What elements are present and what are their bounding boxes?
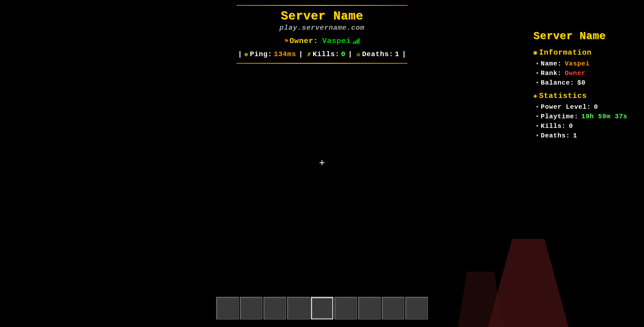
info-name-item: ▪ Name: Vaspei xyxy=(533,60,629,67)
server-name-title: Server Name xyxy=(236,9,408,23)
info-balance-value: $0 xyxy=(577,79,585,87)
ping-value: 134ms xyxy=(274,50,296,58)
hotbar xyxy=(216,297,428,319)
owner-line: ⚑ Owner: Vaspei xyxy=(236,37,408,45)
stats-power-item: ▪ Power Level: 0 xyxy=(533,103,629,111)
signal-bar-2 xyxy=(355,41,356,44)
info-name-value: Vaspei xyxy=(565,60,590,67)
owner-icon: ⚑ xyxy=(285,37,289,45)
hotbar-slot-3[interactable] xyxy=(263,297,286,319)
kills-icon: ✗ xyxy=(307,50,311,58)
hotbar-slot-4[interactable] xyxy=(287,297,310,319)
hotbar-slot-5-active[interactable] xyxy=(311,297,333,319)
signal-bar-3 xyxy=(356,40,358,44)
right-panel: Server Name ◉ Information ▪ Name: Vaspei… xyxy=(533,30,629,141)
hotbar-slot-8[interactable] xyxy=(382,297,404,319)
signal-bar-4 xyxy=(358,38,359,44)
signal-bar-1 xyxy=(353,42,354,44)
hotbar-slot-7[interactable] xyxy=(358,297,381,319)
bottom-gold-line xyxy=(236,63,408,64)
kills-label: Kills: xyxy=(313,50,340,58)
signal-bars xyxy=(353,38,359,44)
server-address: play.servername.com xyxy=(236,24,408,32)
owner-name: Vaspei xyxy=(322,37,351,45)
stats-deaths-value: 1 xyxy=(573,132,577,139)
center-hud: Server Name play.servername.com ⚑ Owner:… xyxy=(236,5,408,64)
deaths-label: Deaths: xyxy=(362,50,393,58)
owner-label: Owner: xyxy=(290,37,318,45)
statistics-icon: ◈ xyxy=(533,92,538,100)
information-icon: ◉ xyxy=(533,49,538,57)
stats-kills-item: ▪ Kills: 0 xyxy=(533,122,629,130)
hotbar-slot-1[interactable] xyxy=(216,297,239,319)
info-rank-item: ▪ Rank: Owner xyxy=(533,69,629,77)
top-gold-line xyxy=(236,5,408,6)
deaths-value: 1 xyxy=(395,50,399,58)
dark-shape xyxy=(488,239,569,327)
ping-label: Ping: xyxy=(250,50,272,58)
hotbar-slot-9[interactable] xyxy=(405,297,428,319)
stats-deaths-item: ▪ Deaths: 1 xyxy=(533,132,629,139)
kills-value: 0 xyxy=(341,50,346,58)
stats-power-value: 0 xyxy=(594,103,598,111)
info-balance-item: ▪ Balance: $0 xyxy=(533,79,629,87)
ping-icon: ❋ xyxy=(244,50,248,58)
stats-playtime-value: 19h 59m 37s xyxy=(581,113,627,120)
panel-server-name: Server Name xyxy=(533,30,629,42)
stats-kills-value: 0 xyxy=(569,122,573,130)
crosshair: + xyxy=(319,159,325,169)
stats-bar: | ❋ Ping: 134ms | ✗ Kills: 0 | ☠ Deaths:… xyxy=(236,50,408,58)
statistics-section-title: ◈ Statistics xyxy=(533,92,629,100)
hotbar-slot-2[interactable] xyxy=(240,297,262,319)
information-section-title: ◉ Information xyxy=(533,48,629,57)
stats-playtime-item: ▪ Playtime: 19h 59m 37s xyxy=(533,113,629,120)
info-rank-value: Owner xyxy=(565,69,586,77)
hotbar-slot-6[interactable] xyxy=(334,297,357,319)
deaths-icon: ☠ xyxy=(356,50,360,58)
